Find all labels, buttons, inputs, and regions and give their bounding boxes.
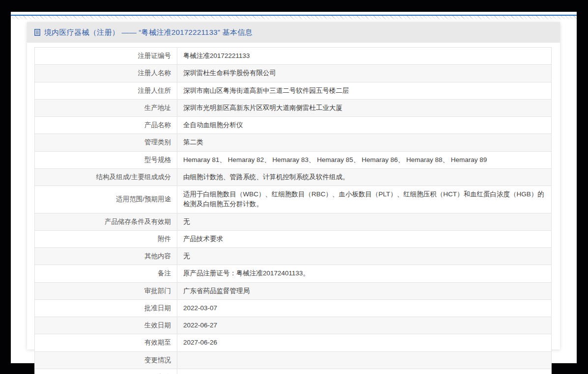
table-row: 产品名称全自动血细胞分析仪: [35, 117, 552, 134]
row-value: 无: [177, 213, 552, 230]
row-label: 生效日期: [35, 317, 177, 334]
row-label: 适用范围/预期用途: [35, 186, 177, 214]
table-row: 生产地址深圳市光明新区高新东片区双明大道南侧雷杜工业大厦: [35, 99, 552, 116]
row-value: 2022-03-07: [177, 299, 552, 317]
row-value: 无: [177, 248, 552, 265]
table-row: 其他内容无: [35, 248, 552, 265]
row-value: 适用于白细胞数目（WBC）、红细胞数目（RBC）、血小板数目（PLT）、红细胞压…: [177, 186, 552, 214]
row-value: 产品技术要求: [177, 230, 552, 247]
row-value: 由细胞计数池、管路系统、计算机控制系统及软件组成。: [177, 168, 552, 186]
table-row: 型号规格Hemaray 81、 Hemaray 82、 Hemaray 83、 …: [35, 151, 552, 168]
row-value: 详情: [177, 369, 552, 374]
table-row: 适用范围/预期用途适用于白细胞数目（WBC）、红细胞数目（RBC）、血小板数目（…: [35, 186, 552, 214]
row-value: 第二类: [177, 134, 552, 151]
row-value: [177, 351, 552, 369]
table-row: 变更情况: [35, 351, 552, 369]
row-value: 广东省药品监督管理局: [177, 282, 552, 299]
row-label: 批准日期: [35, 299, 177, 317]
row-value: 深圳市光明新区高新东片区双明大道南侧雷杜工业大厦: [177, 99, 552, 116]
table-row: 产品储存条件及有效期无: [35, 213, 552, 230]
row-label: 产品名称: [35, 117, 177, 134]
table-row: 附件产品技术要求: [35, 230, 552, 247]
table-row: 注册证编号粤械注准20172221133: [35, 48, 552, 65]
row-value: 全自动血细胞分析仪: [177, 117, 552, 134]
row-label: 有效期至: [35, 334, 177, 351]
row-label: 产品储存条件及有效期: [35, 213, 177, 230]
card-body: 注册证编号粤械注准20172221133注册人名称深圳雷杜生命科学股份有限公司注…: [27, 43, 560, 374]
row-value: 原产品注册证号：粤械注准20172401133。: [177, 265, 552, 282]
page-title: 境内医疗器械（注册） —— “粤械注准20172221133” 基本信息: [44, 28, 252, 37]
table-row: 有效期至2027-06-26: [35, 334, 552, 351]
row-value: 深圳市南山区粤海街道高新中三道二号软件园五号楼二层: [177, 82, 552, 99]
row-value: 粤械注准20172221133: [177, 48, 552, 65]
row-label: 其他内容: [35, 248, 177, 265]
row-label: 注册证编号: [35, 48, 177, 65]
row-label: 审批部门: [35, 282, 177, 299]
table-row: 备注原产品注册证号：粤械注准20172401133。: [35, 265, 552, 282]
table-row: 生效日期2022-06-27: [35, 317, 552, 334]
row-label: 变更情况: [35, 351, 177, 369]
table-row: 注册人住所深圳市南山区粤海街道高新中三道二号软件园五号楼二层: [35, 82, 552, 99]
table-row: 管理类别第二类: [35, 134, 552, 151]
table-row: 批准日期2022-03-07: [35, 299, 552, 317]
page-header: 境内医疗器械（注册） —— “粤械注准20172221133” 基本信息: [27, 22, 560, 43]
table-row: 注册人名称深圳雷杜生命科学股份有限公司: [35, 65, 552, 82]
page-viewport: 境内医疗器械（注册） —— “粤械注准20172221133” 基本信息 注册证…: [11, 12, 577, 363]
row-label: 注: [35, 369, 177, 374]
row-value: 2027-06-26: [177, 334, 552, 351]
row-label: 结构及组成/主要组成成分: [35, 168, 177, 186]
hatch-decoration: [11, 16, 577, 20]
table-row: 注详情: [35, 369, 552, 374]
row-value: Hemaray 81、 Hemaray 82、 Hemaray 83、 Hema…: [177, 151, 552, 168]
table-row: 审批部门广东省药品监督管理局: [35, 282, 552, 299]
row-value: 2022-06-27: [177, 317, 552, 334]
row-label: 生产地址: [35, 99, 177, 116]
row-label: 注册人名称: [35, 65, 177, 82]
registration-info-table: 注册证编号粤械注准20172221133注册人名称深圳雷杜生命科学股份有限公司注…: [34, 47, 552, 374]
row-value: 深圳雷杜生命科学股份有限公司: [177, 65, 552, 82]
info-table-body: 注册证编号粤械注准20172221133注册人名称深圳雷杜生命科学股份有限公司注…: [35, 48, 552, 374]
document-icon: [34, 28, 41, 36]
row-label: 管理类别: [35, 134, 177, 151]
row-label: 备注: [35, 265, 177, 282]
table-row: 结构及组成/主要组成成分由细胞计数池、管路系统、计算机控制系统及软件组成。: [35, 168, 552, 186]
row-label: 型号规格: [35, 151, 177, 168]
row-label: 注册人住所: [35, 82, 177, 99]
row-label: 附件: [35, 230, 177, 247]
registration-card: 境内医疗器械（注册） —— “粤械注准20172221133” 基本信息 注册证…: [27, 22, 560, 349]
